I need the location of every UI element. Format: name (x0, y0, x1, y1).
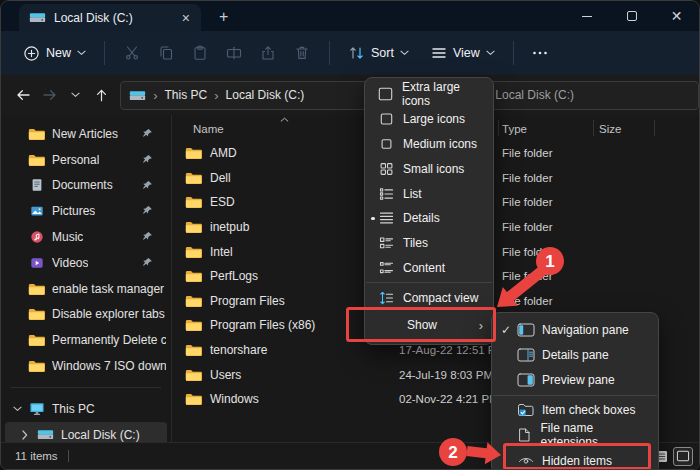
forward-button[interactable] (37, 81, 63, 109)
submenu-item-label: Navigation pane (542, 323, 629, 337)
share-button[interactable] (251, 38, 285, 68)
copy-button[interactable] (149, 38, 183, 68)
folder-icon (28, 333, 45, 348)
status-divider (68, 450, 69, 462)
this-pc-icon (29, 402, 45, 416)
column-divider[interactable] (654, 120, 655, 136)
list-view-icon (377, 186, 395, 202)
folder-icon (28, 307, 45, 322)
breadcrumb-segment[interactable]: This PC (165, 88, 208, 102)
close-button[interactable]: ✕ (654, 1, 699, 31)
sidebar-item[interactable]: Disable explorer tabs W11 (5, 302, 167, 328)
submenu-item-navigation-pane[interactable]: ✓Navigation pane (492, 317, 658, 342)
sort-button-label: Sort (371, 46, 394, 60)
folder-icon (185, 343, 202, 357)
file-date-modified: 02-Nov-22 4:21 PM (399, 393, 499, 405)
submenu-item-details-pane[interactable]: Details pane (492, 342, 658, 367)
rename-button[interactable] (217, 38, 251, 68)
folder-icon (185, 269, 202, 283)
menu-item-large-icons[interactable]: Large icons (365, 107, 493, 132)
menu-item-extra-large-icons[interactable]: Extra large icons (365, 82, 493, 107)
submenu-item-item-check-boxes[interactable]: Item check boxes (492, 398, 658, 423)
maximize-button[interactable] (609, 1, 654, 31)
menu-item-label: Small icons (403, 162, 464, 176)
documents-icon (28, 178, 45, 193)
sort-ascending-icon (280, 117, 289, 122)
pin-icon (142, 180, 153, 191)
sidebar-item-label: Music (52, 230, 83, 244)
submenu-item-preview-pane[interactable]: Preview pane (492, 367, 658, 392)
menu-item-label: Extra large icons (402, 80, 485, 108)
up-button[interactable] (88, 81, 114, 109)
recent-locations-button[interactable] (63, 81, 89, 109)
new-button-label: New (46, 46, 71, 60)
file-type: File folder (502, 295, 553, 307)
compact-view-icon (377, 290, 395, 306)
submenu-item-label: Item check boxes (542, 403, 635, 417)
toolbar-separator (513, 41, 514, 65)
file-name-extensions-icon (515, 428, 533, 442)
sidebar-item[interactable]: Videos (5, 250, 167, 276)
menu-item-tiles[interactable]: Tiles (365, 231, 493, 256)
sidebar-item[interactable]: Documents (5, 173, 167, 199)
menu-item-label: List (403, 187, 422, 201)
menu-item-small-icons[interactable]: Small icons (365, 156, 493, 181)
plus-circle-icon (23, 45, 40, 62)
sidebar-item[interactable]: Music (5, 224, 167, 250)
large-icons-icon (377, 111, 395, 127)
new-tab-button[interactable]: + (213, 6, 234, 28)
explorer-tab[interactable]: Local Disk (C:) × (19, 4, 201, 31)
sidebar-item[interactable]: New Articles (5, 121, 167, 147)
sort-button[interactable]: Sort (340, 39, 417, 67)
submenu-item-hidden-items[interactable]: Hidden items (492, 448, 658, 470)
cut-button[interactable] (115, 38, 149, 68)
sidebar-item[interactable]: Permanently Delete conte (5, 327, 167, 353)
breadcrumb-segment[interactable]: Local Disk (C:) (226, 88, 305, 102)
file-name: Windows (210, 392, 259, 406)
file-type: File folder (502, 246, 553, 258)
title-bar: Local Disk (C:) × + ✕ (1, 1, 699, 31)
pin-icon (142, 257, 153, 268)
submenu-item-file-name-extensions[interactable]: File name extensions (492, 423, 658, 448)
sidebar-item[interactable]: enable task manager in tas (5, 276, 167, 302)
folder-icon (185, 220, 202, 234)
menu-item-content[interactable]: Content (365, 256, 493, 281)
back-button[interactable] (11, 81, 37, 109)
submenu-item-label: File name extensions (541, 421, 649, 449)
tab-title: Local Disk (C:) (54, 11, 171, 25)
sidebar-item[interactable]: Pictures (5, 198, 167, 224)
details-pane-icon (516, 348, 535, 362)
folder-icon (28, 359, 45, 374)
menu-item-compact-view[interactable]: Compact view (365, 285, 493, 310)
tab-close-icon[interactable]: × (179, 11, 193, 25)
column-header-size[interactable]: Size (599, 123, 621, 135)
minimize-button[interactable] (564, 1, 609, 31)
sidebar-item[interactable]: Windows 7 ISO download (5, 353, 167, 379)
column-header-type[interactable]: Type (502, 123, 527, 135)
view-button[interactable]: View (423, 40, 503, 66)
sidebar-tree-item[interactable]: This PC (5, 396, 167, 422)
sidebar-item-label: Windows 7 ISO download (52, 359, 166, 373)
pin-icon (142, 154, 153, 165)
paste-button[interactable] (183, 38, 217, 68)
menu-item-show[interactable]: Show› (365, 310, 493, 340)
submenu-item-label: Details pane (542, 348, 609, 362)
menu-item-details[interactable]: Details (365, 206, 493, 231)
pin-icon (142, 231, 153, 242)
view-icon (431, 46, 447, 60)
column-divider[interactable] (593, 120, 594, 136)
file-name: ESD (210, 195, 235, 209)
sidebar-item[interactable]: Personal (5, 147, 167, 173)
file-type: File folder (502, 172, 553, 184)
menu-item-medium-icons[interactable]: Medium icons (365, 132, 493, 157)
column-header-name[interactable]: Name (193, 123, 224, 135)
chevron-down-icon[interactable] (11, 406, 23, 412)
new-button[interactable]: New (15, 39, 94, 68)
column-divider[interactable] (498, 120, 499, 136)
sidebar-tree-item[interactable]: Local Disk (C:) (5, 422, 167, 442)
large-thumbnails-view-toggle[interactable] (673, 447, 693, 466)
more-options-button[interactable] (524, 44, 556, 62)
menu-item-list[interactable]: List (365, 181, 493, 206)
chevron-right-icon[interactable] (19, 430, 31, 440)
delete-button[interactable] (285, 38, 319, 68)
